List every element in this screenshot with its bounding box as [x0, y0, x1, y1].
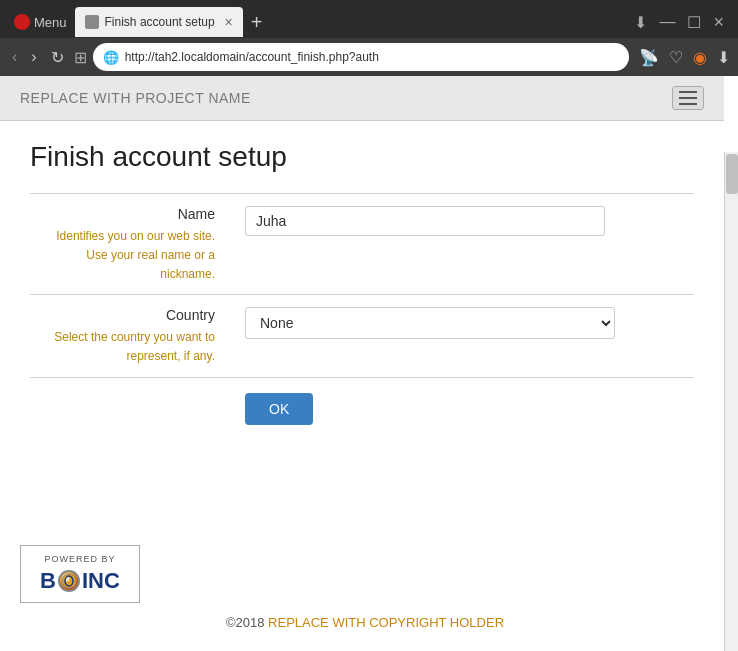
name-description: Identifies you on our web site. Use your… [56, 229, 215, 281]
tab-close-button[interactable]: × [225, 14, 233, 30]
name-label: Name [45, 206, 215, 222]
boinc-circle-icon [58, 570, 80, 592]
country-label: Country [45, 307, 215, 323]
copyright-holder: REPLACE WITH COPYRIGHT HOLDER [268, 615, 504, 630]
country-select[interactable]: None United States United Kingdom [245, 307, 615, 339]
scrollbar-thumb[interactable] [726, 154, 738, 194]
country-row: Country Select the country you want to r… [30, 295, 694, 378]
country-description: Select the country you want to represent… [54, 330, 215, 363]
feed-icon[interactable]: ◉ [693, 48, 707, 67]
name-input[interactable] [245, 206, 605, 236]
site-navbar: REPLACE WITH PROJECT NAME [0, 76, 724, 121]
boinc-badge: POWERED BY B INC [20, 545, 140, 603]
menu-button[interactable]: Menu [6, 10, 75, 34]
menu-label: Menu [34, 15, 67, 30]
minimize-icon[interactable]: — [659, 13, 675, 31]
boinc-logo: B INC [40, 568, 120, 594]
copyright-text: ©2018 REPLACE WITH COPYRIGHT HOLDER [226, 615, 504, 630]
new-tab-button[interactable]: + [243, 12, 271, 32]
opera-icon [14, 14, 30, 30]
hamburger-line-1 [679, 91, 697, 93]
close-icon[interactable]: × [713, 12, 724, 33]
button-row: OK [30, 378, 694, 440]
reload-button[interactable]: ↻ [47, 46, 68, 69]
hamburger-line-2 [679, 97, 697, 99]
forward-button[interactable]: › [27, 46, 40, 68]
site-name: REPLACE WITH PROJECT NAME [20, 90, 251, 106]
download-icon: ⬇ [634, 13, 647, 32]
hamburger-menu[interactable] [672, 86, 704, 110]
boinc-inc-text: INC [82, 568, 120, 594]
country-input-cell: None United States United Kingdom [230, 295, 694, 378]
name-row: Name Identifies you on our web site. Use… [30, 194, 694, 295]
location-icon: 🌐 [103, 50, 119, 65]
name-input-cell [230, 194, 694, 295]
back-button[interactable]: ‹ [8, 46, 21, 68]
powered-by-text: POWERED BY [44, 554, 115, 564]
page-content: REPLACE WITH PROJECT NAME Finish account… [0, 76, 738, 651]
rss-icon[interactable]: 📡 [639, 48, 659, 67]
ok-button[interactable]: OK [245, 393, 313, 425]
account-form: Name Identifies you on our web site. Use… [30, 193, 694, 378]
site-footer: POWERED BY B INC ©2018 REPLACE WITH [0, 545, 724, 631]
hamburger-line-3 [679, 103, 697, 105]
nav-icon-group: 📡 ♡ ◉ ⬇ [639, 48, 730, 67]
tab-favicon [85, 15, 99, 29]
country-label-cell: Country Select the country you want to r… [30, 295, 230, 378]
window-controls: ⬇ — ☐ × [634, 12, 732, 33]
download-nav-icon[interactable]: ⬇ [717, 48, 730, 67]
scrollbar[interactable] [724, 152, 738, 651]
tab-bar: Menu Finish account setup × + ⬇ — ☐ × [0, 0, 738, 38]
copyright-symbol: ©2018 [226, 615, 268, 630]
address-text: http://tah2.localdomain/account_finish.p… [125, 50, 619, 64]
heart-icon[interactable]: ♡ [669, 48, 683, 67]
address-bar[interactable]: 🌐 http://tah2.localdomain/account_finish… [93, 43, 629, 71]
grid-button[interactable]: ⊞ [74, 48, 87, 67]
navigation-bar: ‹ › ↻ ⊞ 🌐 http://tah2.localdomain/accoun… [0, 38, 738, 76]
main-content: Finish account setup Name Identifies you… [0, 121, 724, 460]
tab-title: Finish account setup [105, 15, 215, 29]
restore-icon[interactable]: ☐ [687, 13, 701, 32]
active-tab[interactable]: Finish account setup × [75, 7, 243, 37]
name-label-cell: Name Identifies you on our web site. Use… [30, 194, 230, 295]
boinc-b-letter: B [40, 568, 56, 594]
page-title: Finish account setup [30, 141, 694, 173]
